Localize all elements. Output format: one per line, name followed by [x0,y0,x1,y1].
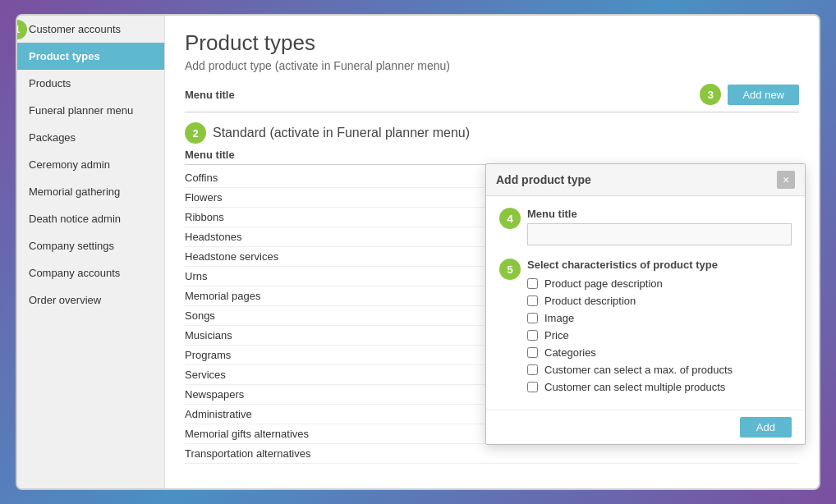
modal-close-button[interactable]: × [777,171,795,189]
section1-divider [185,112,799,112]
section1-col-label: Menu title [185,89,700,101]
sidebar-item-memorial-gathering[interactable]: Memorial gathering [17,178,164,205]
sidebar-item-funeral-planner-menu[interactable]: Funeral planner menu [17,97,164,124]
checkbox-label: Product page description [544,277,663,290]
list-item[interactable]: Transportation alternatives [185,444,799,464]
modal-add-button[interactable]: Add [740,417,792,438]
modal-menu-title-input[interactable] [527,223,792,245]
sidebar-item-products[interactable]: Products [17,70,164,97]
checkbox-image-input[interactable] [527,313,538,323]
modal-menu-title-label: Menu title [527,208,792,220]
badge-2: 2 [185,122,206,144]
checkbox-multiple-products: Customer can select multiple products [527,381,792,393]
badge-1: 1 [16,20,27,39]
section1-header: Menu title 3 Add new [185,84,799,105]
sidebar-item-ceremony-admin[interactable]: Ceremony admin [17,151,164,178]
checkbox-multiple-products-input[interactable] [527,382,538,392]
page-subtitle: Add product type (activate in Funeral pl… [185,59,799,72]
sidebar-item-death-notice-admin[interactable]: Death notice admin [17,205,164,232]
sidebar: 1 Customer accounts Product types Produc… [17,16,165,488]
badge-5: 5 [499,259,521,280]
checkbox-label: Categories [544,346,596,359]
modal-chars-label: Select characteristics of product type [527,259,792,271]
checkbox-categories-input[interactable] [527,347,538,358]
checkbox-label: Customer can select a max. of products [544,364,733,376]
checkbox-label: Product description [544,295,636,307]
checkbox-product-page-desc: Product page description [527,277,792,290]
sidebar-item-customer-accounts[interactable]: 1 Customer accounts [17,16,164,43]
sidebar-item-company-settings[interactable]: Company settings [17,232,164,259]
modal-header: Add product type × [486,164,805,196]
checkbox-max-products-input[interactable] [527,364,538,375]
app-container: 1 Customer accounts Product types Produc… [16,14,820,490]
page-title: Product types [185,30,799,56]
badge-4: 4 [499,208,521,229]
checkbox-product-desc-input[interactable] [527,296,538,306]
checkbox-price: Price [527,329,792,341]
checkbox-label: Price [544,329,569,341]
add-new-button[interactable]: Add new [728,85,799,105]
sidebar-item-product-types[interactable]: Product types [17,43,164,70]
checkbox-image: Image [527,312,792,324]
checkbox-product-page-desc-input[interactable] [527,278,538,289]
section2-header: 2 Standard (activate in Funeral planner … [185,122,799,144]
checkbox-price-input[interactable] [527,330,538,341]
checkbox-max-products: Customer can select a max. of products [527,364,792,376]
sidebar-item-company-accounts[interactable]: Company accounts [17,259,164,286]
section2-title: Standard (activate in Funeral planner me… [213,126,470,140]
badge-3: 3 [700,84,721,105]
checkbox-label: Customer can select multiple products [544,381,725,393]
modal-body: 4 Menu title 5 Select characteristics of… [486,196,805,410]
section2-col-label: Menu title [185,149,799,165]
main-content: Product types Add product type (activate… [165,16,819,488]
modal-footer: Add [486,410,805,444]
sidebar-item-order-overview[interactable]: Order overview [17,286,164,314]
sidebar-item-packages[interactable]: Packages [17,124,164,151]
checkbox-product-desc: Product description [527,295,792,307]
checkbox-categories: Categories [527,346,792,359]
add-product-type-modal: Add product type × 4 Menu title 5 Select… [485,163,806,445]
modal-title: Add product type [496,173,591,186]
checkbox-label: Image [544,312,574,324]
